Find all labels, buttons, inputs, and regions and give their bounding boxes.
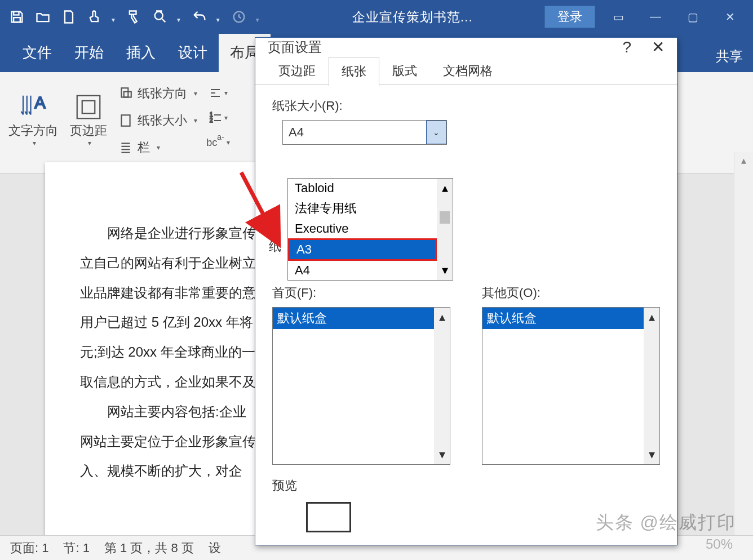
svg-rect-0 <box>14 12 19 15</box>
tab-design[interactable]: 设计 <box>167 34 219 72</box>
scrollbar[interactable]: ▴▾ <box>644 308 659 464</box>
close-icon[interactable]: ✕ <box>723 10 737 24</box>
svg-text:2: 2 <box>210 117 213 123</box>
columns-icon <box>118 140 133 155</box>
list-item[interactable]: 默认纸盒 <box>482 308 644 329</box>
scroll-down-icon[interactable]: ▾ <box>442 263 448 278</box>
svg-rect-5 <box>77 96 100 119</box>
dropdown-caret-icon[interactable]: ▼ <box>110 17 116 23</box>
vertical-scrollbar[interactable] <box>734 152 753 535</box>
tab-home[interactable]: 开始 <box>63 34 115 72</box>
scrollbar[interactable]: ▴▾ <box>434 308 450 464</box>
columns-button[interactable]: 栏▾ <box>118 136 197 159</box>
tab-margins[interactable]: 页边距 <box>265 56 329 85</box>
ribbon-options-icon[interactable]: ▭ <box>611 10 626 24</box>
title-bar: ▼ ▼ ▼ ▼ 企业宣传策划书范... 登录 ▭ — ▢ ✕ <box>0 0 753 34</box>
share-button[interactable]: 共享 <box>716 47 743 65</box>
dropdown-caret-icon[interactable]: ▼ <box>176 17 181 23</box>
page-size-icon <box>118 113 133 128</box>
chevron-down-icon[interactable]: ⌄ <box>426 121 446 144</box>
tab-layout[interactable]: 版式 <box>379 56 430 85</box>
breaks-button[interactable]: ▾ <box>209 83 228 103</box>
chevron-down-icon: ▾ <box>88 139 91 147</box>
first-page-label: 首页(F): <box>272 285 450 301</box>
list-item[interactable]: 默认纸盒 <box>273 308 434 329</box>
margins-button[interactable]: 页边距 ▾ <box>63 80 114 159</box>
svg-rect-7 <box>121 88 128 97</box>
scroll-up-icon[interactable]: ▴ <box>442 181 448 195</box>
chevron-down-icon: ▾ <box>33 139 36 147</box>
undo-icon[interactable] <box>192 9 207 25</box>
scroll-thumb[interactable] <box>440 211 450 224</box>
minimize-icon[interactable]: — <box>648 10 663 24</box>
tab-paper[interactable]: 纸张 <box>329 57 379 86</box>
dropdown-scrollbar[interactable]: ▴ ▾ <box>437 179 453 280</box>
text-direction-icon: A <box>18 92 48 122</box>
dropdown-caret-icon[interactable]: ▼ <box>215 17 221 23</box>
maximize-icon[interactable]: ▢ <box>685 10 700 24</box>
paper-size-value: A4 <box>283 125 426 140</box>
dropdown-caret-icon[interactable]: ▼ <box>255 17 260 23</box>
touch-mode-icon[interactable] <box>87 9 103 25</box>
first-page-tray-list[interactable]: 默认纸盒 ▴▾ <box>272 307 450 465</box>
svg-rect-9 <box>121 115 130 126</box>
status-section[interactable]: 节: 1 <box>63 540 89 557</box>
dialog-titlebar: 页面设置 ? ✕ <box>255 38 677 56</box>
quick-access-toolbar: ▼ ▼ ▼ ▼ <box>6 9 264 25</box>
help-icon[interactable]: ? <box>622 38 631 56</box>
svg-rect-1 <box>14 17 20 22</box>
status-extra: 设 <box>209 540 221 557</box>
text-direction-button[interactable]: A 文字方向 ▾ <box>8 80 59 159</box>
tab-insert[interactable]: 插入 <box>115 34 167 72</box>
orientation-icon <box>118 86 133 101</box>
open-icon[interactable] <box>35 9 51 25</box>
tab-file[interactable]: 文件 <box>11 34 63 72</box>
option-a4[interactable]: A4 <box>288 261 437 280</box>
preview-label: 预览 <box>272 477 660 494</box>
other-pages-tray-list[interactable]: 默认纸盒 ▴▾ <box>482 307 660 465</box>
option-executive[interactable]: Executive <box>288 219 437 238</box>
option-legal[interactable]: 法律专用纸 <box>288 198 437 219</box>
option-a3[interactable]: A3 <box>288 238 437 261</box>
dialog-title: 页面设置 <box>268 38 322 56</box>
redo-icon[interactable] <box>231 9 247 25</box>
svg-rect-6 <box>82 101 95 114</box>
margins-icon <box>73 92 104 122</box>
svg-text:A: A <box>34 94 46 112</box>
tab-grid[interactable]: 文档网格 <box>430 56 506 85</box>
line-numbers-button[interactable]: 12▾ <box>209 108 228 127</box>
preview-thumbnail <box>306 502 351 532</box>
format-painter-icon[interactable] <box>126 9 142 25</box>
other-pages-label: 其他页(O): <box>482 285 660 301</box>
orientation-button[interactable]: 纸张方向▾ <box>118 82 197 105</box>
page-setup-dialog: 页面设置 ? ✕ 页边距 纸张 版式 文档网格 纸张大小(R): A4 ⌄ 纸 … <box>255 37 677 545</box>
document-title: 企业宣传策划书范... <box>281 8 544 26</box>
close-icon[interactable]: ✕ <box>652 38 665 56</box>
paper-size-label: 纸张大小(R): <box>272 97 660 114</box>
paper-size-dropdown: Tabloid 法律专用纸 Executive A3 A4 ▴ ▾ <box>287 178 453 281</box>
dialog-tabs: 页边距 纸张 版式 文档网格 <box>255 56 677 85</box>
hyphenation-button[interactable]: bca-▾ <box>209 133 228 152</box>
status-page-count[interactable]: 第 1 页，共 8 页 <box>104 540 194 557</box>
status-page[interactable]: 页面: 1 <box>10 540 48 557</box>
save-icon[interactable] <box>9 9 25 25</box>
paper-size-button[interactable]: 纸张大小▾ <box>118 109 197 132</box>
paper-size-combo[interactable]: A4 ⌄ <box>282 120 447 145</box>
print-preview-icon[interactable] <box>152 9 168 25</box>
login-button[interactable]: 登录 <box>544 6 595 28</box>
new-icon[interactable] <box>61 9 77 25</box>
option-tabloid[interactable]: Tabloid <box>288 179 437 198</box>
